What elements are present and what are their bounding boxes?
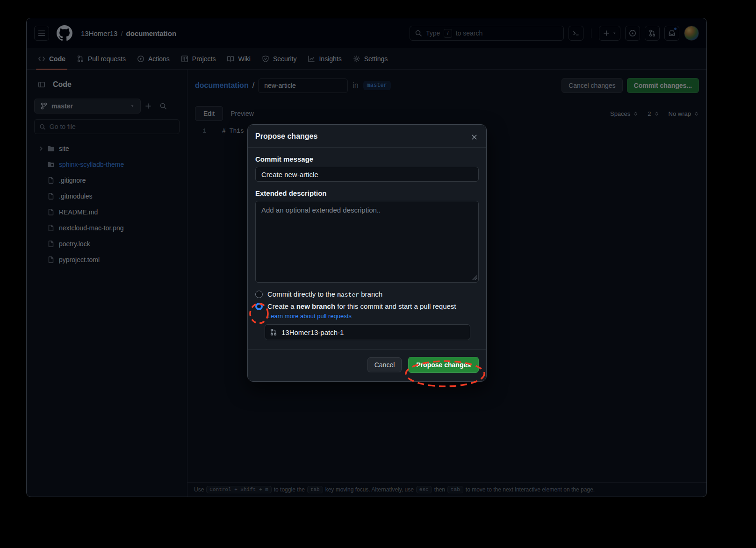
cancel-button[interactable]: Cancel [367, 357, 402, 372]
radio-commit-direct-label: Commit directly to the master branch [267, 290, 382, 299]
radio-create-branch[interactable] [255, 303, 263, 310]
radio-create-branch-label: Create a new branch for this commit and … [267, 302, 456, 310]
dialog-title: Propose changes [255, 132, 479, 141]
radio-commit-direct[interactable] [255, 291, 263, 298]
close-icon [471, 134, 478, 141]
propose-changes-button[interactable]: Propose changes [408, 357, 479, 373]
github-window: 13Homer13 / documentation Type / to sear… [26, 18, 707, 497]
new-branch-name-field[interactable] [265, 324, 470, 340]
propose-changes-dialog: Propose changes Commit message Extended … [247, 124, 487, 382]
label-text: Create a [267, 302, 296, 310]
label-text: for this commit and start a pull request [335, 302, 456, 310]
label-text: branch [359, 290, 382, 298]
label-text: Commit directly to the [267, 290, 337, 298]
extended-description-textarea[interactable] [255, 201, 479, 283]
new-branch-name-input[interactable] [281, 328, 465, 336]
git-pull-request-icon [270, 328, 277, 336]
learn-more-link[interactable]: Learn more about pull requests [267, 313, 479, 320]
label-bold: new branch [296, 302, 335, 310]
close-dialog-button[interactable] [467, 129, 482, 144]
extended-description-label: Extended description [255, 189, 479, 197]
commit-message-label: Commit message [255, 155, 479, 163]
branch-name-code: master [337, 292, 359, 299]
commit-message-input[interactable] [255, 167, 479, 182]
